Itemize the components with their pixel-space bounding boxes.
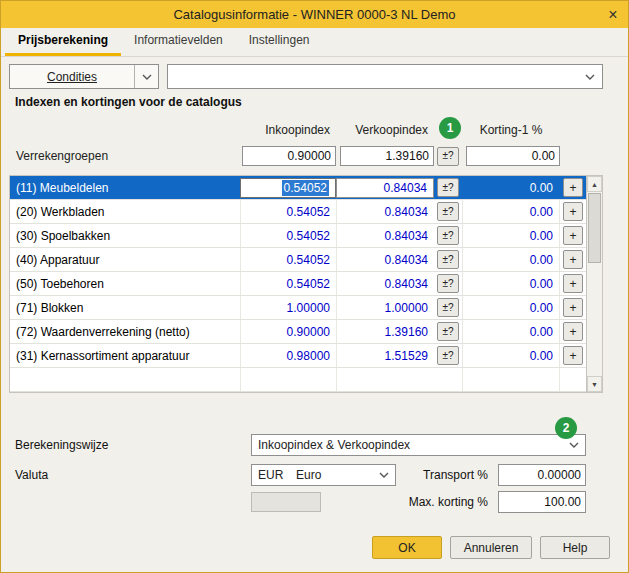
inkoopindex-cell[interactable]: 0.54052 (240, 178, 336, 198)
valuta-name: Euro (290, 468, 373, 482)
korting-cell[interactable]: 0.00 (462, 176, 560, 199)
add-button[interactable]: + (563, 226, 583, 245)
chevron-down-icon (563, 442, 585, 448)
add-button[interactable]: + (563, 322, 583, 341)
row-label: (50) Toebehoren (10, 277, 240, 291)
inkoopindex-cell[interactable]: 0.54052 (240, 248, 336, 271)
condities-toolbar: Condities (9, 64, 603, 89)
table-row[interactable]: (71) Blokken 1.00000 1.00000 ±? 0.00 + (10, 296, 586, 320)
verkoopindex-cell[interactable]: 0.84034 (336, 224, 434, 247)
table-row[interactable]: (31) Kernassortiment apparatuur 0.98000 … (10, 344, 586, 368)
add-button[interactable]: + (563, 298, 583, 317)
step-badge-1: 1 (439, 117, 461, 139)
korting-cell[interactable] (462, 368, 560, 391)
inkoopindex-cell[interactable]: 0.54052 (240, 272, 336, 295)
transport-input[interactable] (498, 464, 586, 486)
berekeningswijze-row: Berekeningswijze Inkoopindex & Verkoopin… (15, 433, 586, 457)
row-label: (40) Apparatuur (10, 253, 240, 267)
plusminus-button[interactable]: ±? (437, 147, 459, 166)
dialog-titlebar: Catalogusinformatie - WINNER 0000-3 NL D… (1, 1, 628, 28)
header-verkoopindex: Verkoopindex (336, 123, 434, 137)
korting-cell[interactable]: 0.00 (462, 320, 560, 343)
verkoopindex-cell[interactable]: 1.39160 (336, 320, 434, 343)
cancel-button[interactable]: Annuleren (450, 536, 532, 559)
korting-cell[interactable]: 0.00 (462, 248, 560, 271)
condities-value-combobox[interactable] (167, 64, 603, 89)
disabled-field (251, 492, 321, 512)
korting-cell[interactable]: 0.00 (462, 272, 560, 295)
plusminus-button[interactable]: ±? (437, 226, 459, 245)
plusminus-button[interactable]: ±? (437, 274, 459, 293)
table-row[interactable]: (50) Toebehoren 0.54052 0.84034 ±? 0.00 … (10, 272, 586, 296)
plusminus-button[interactable]: ±? (437, 178, 459, 197)
verkoopindex-cell[interactable]: 0.84034 (336, 248, 434, 271)
verkoopindex-cell[interactable] (336, 368, 434, 391)
scroll-down-icon[interactable]: ▼ (587, 376, 602, 392)
row-label: (11) Meubeldelen (10, 181, 240, 195)
verrekengroepen-korting-input[interactable] (466, 146, 560, 166)
verrekengroepen-label: Verrekengroepen (10, 149, 240, 163)
chevron-down-icon (373, 472, 395, 478)
ok-button[interactable]: OK (372, 536, 442, 559)
table-row[interactable]: (11) Meubeldelen 0.54052 0.84034 ±? 0.00… (10, 176, 586, 200)
index-table: (11) Meubeldelen 0.54052 0.84034 ±? 0.00… (9, 175, 603, 393)
button-row: OK Annuleren Help (1, 536, 629, 560)
max-korting-row: Max. korting % (15, 491, 586, 513)
korting-cell[interactable]: 0.00 (462, 296, 560, 319)
chevron-down-icon (134, 65, 158, 88)
plusminus-button[interactable]: ±? (437, 322, 459, 341)
inkoopindex-cell[interactable]: 0.54052 (240, 200, 336, 223)
plusminus-button[interactable]: ±? (437, 298, 459, 317)
inkoopindex-cell[interactable] (240, 368, 336, 391)
catalog-info-dialog: Catalogusinformatie - WINNER 0000-3 NL D… (0, 0, 629, 573)
plusminus-button[interactable]: ±? (437, 346, 459, 365)
table-row[interactable]: (40) Apparatuur 0.54052 0.84034 ±? 0.00 … (10, 248, 586, 272)
cell-edit-value: 0.54052 (282, 180, 329, 196)
valuta-select[interactable]: EUR Euro (251, 464, 396, 486)
table-row[interactable]: (30) Spoelbakken 0.54052 0.84034 ±? 0.00… (10, 224, 586, 248)
add-button[interactable]: + (563, 346, 583, 365)
scrollbar-thumb[interactable] (588, 193, 601, 263)
plusminus-button[interactable]: ±? (437, 202, 459, 221)
inkoopindex-cell[interactable]: 0.54052 (240, 224, 336, 247)
column-headers: Inkoopindex Verkoopindex Korting-1 % (10, 123, 586, 137)
verrekengroepen-verkoopindex-input[interactable] (340, 146, 434, 166)
add-button[interactable]: + (563, 274, 583, 293)
korting-cell[interactable]: 0.00 (462, 200, 560, 223)
inkoopindex-cell[interactable]: 1.00000 (240, 296, 336, 319)
berekeningswijze-select[interactable]: Inkoopindex & Verkoopindex (251, 434, 586, 456)
verkoopindex-cell[interactable]: 0.84034 (336, 178, 434, 198)
valuta-label: Valuta (15, 468, 251, 482)
table-row[interactable]: (72) Waardenverrekening (netto) 0.90000 … (10, 320, 586, 344)
table-row[interactable]: (20) Werkbladen 0.54052 0.84034 ±? 0.00 … (10, 200, 586, 224)
add-button[interactable]: + (563, 202, 583, 221)
tab-instellingen[interactable]: Instellingen (236, 28, 323, 56)
tab-prijsberekening[interactable]: Prijsberekening (5, 28, 121, 56)
help-button[interactable]: Help (540, 536, 610, 559)
tab-informatievelden[interactable]: Informatievelden (121, 28, 236, 56)
plusminus-button[interactable]: ±? (437, 250, 459, 269)
berekeningswijze-label: Berekeningswijze (15, 438, 251, 452)
berekeningswijze-value: Inkoopindex & Verkoopindex (252, 438, 563, 452)
header-korting: Korting-1 % (462, 123, 560, 137)
table-row-empty[interactable] (10, 368, 586, 392)
close-icon[interactable]: × (598, 1, 628, 28)
verkoopindex-cell[interactable]: 1.51529 (336, 344, 434, 367)
scroll-up-icon[interactable]: ▲ (587, 176, 602, 192)
korting-cell[interactable]: 0.00 (462, 344, 560, 367)
inkoopindex-cell[interactable]: 0.98000 (240, 344, 336, 367)
verrekengroepen-inkoopindex-input[interactable] (242, 146, 336, 166)
vertical-scrollbar[interactable]: ▲ ▼ (586, 176, 602, 392)
verrekengroepen-row: Verrekengroepen ±? (10, 145, 586, 167)
valuta-code: EUR (252, 468, 290, 482)
max-korting-input[interactable] (498, 491, 586, 513)
condities-dropdown-button[interactable]: Condities (9, 64, 159, 89)
verkoopindex-cell[interactable]: 0.84034 (336, 272, 434, 295)
korting-cell[interactable]: 0.00 (462, 224, 560, 247)
add-button[interactable]: + (563, 178, 583, 197)
verkoopindex-cell[interactable]: 0.84034 (336, 200, 434, 223)
inkoopindex-cell[interactable]: 0.90000 (240, 320, 336, 343)
verkoopindex-cell[interactable]: 1.00000 (336, 296, 434, 319)
index-table-rows: (11) Meubeldelen 0.54052 0.84034 ±? 0.00… (10, 176, 586, 392)
add-button[interactable]: + (563, 250, 583, 269)
